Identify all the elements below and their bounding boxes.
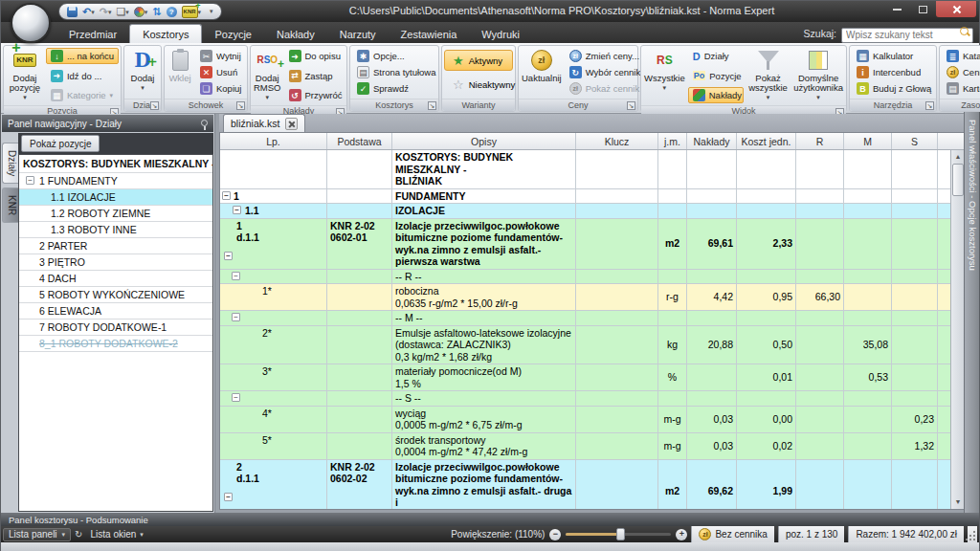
col-m[interactable]: M bbox=[844, 133, 892, 149]
refresh-icon[interactable]: ↻ bbox=[75, 529, 82, 540]
search-icon[interactable] bbox=[960, 27, 970, 37]
tree-item[interactable]: 3 PIĘTRO bbox=[19, 254, 212, 271]
col-klucz[interactable]: Klucz bbox=[576, 133, 658, 149]
estimate-row-position[interactable]: 1 d.1.1KNR 2-02 0602-01Izolacje przeciww… bbox=[220, 219, 965, 270]
cenniki-button[interactable]: zł Cenniki bbox=[942, 64, 980, 80]
dialog-launcher-icon[interactable]: ↘ bbox=[925, 101, 934, 110]
tree-item[interactable]: 1.2 ROBOTY ZIEMNE bbox=[19, 206, 212, 222]
idz-do-button[interactable]: ➜ Idź do ... bbox=[46, 68, 119, 84]
properties-panel-strip[interactable]: Panel właściwości - Opcje kosztorysu bbox=[964, 112, 979, 513]
estimate-row-resource[interactable]: 4*wyciąg 0,0005 m-g/m2 * 6,75 zł/m-gm-g0… bbox=[220, 407, 965, 433]
collapse-icon[interactable] bbox=[232, 313, 240, 321]
tree-item[interactable]: 5 ROBOTY WYKOŃCZENIOWE bbox=[19, 287, 212, 303]
tree-item[interactable]: 2 PARTER bbox=[19, 238, 212, 254]
tree-item[interactable]: 7 ROBOTY DODATKOWE-1 bbox=[19, 320, 212, 336]
buduj-z-glowa-button[interactable]: B Buduj z Głową bbox=[852, 80, 936, 97]
estimate-row-title[interactable]: KOSZTORYS: BUDYNEK MIESZKALNY - BLIŹNIAK bbox=[220, 150, 965, 189]
wytnij-button[interactable]: ✂ Wytnij bbox=[195, 48, 246, 64]
knr-insert-icon[interactable]: KNR▾ bbox=[182, 6, 202, 18]
maximize-button[interactable] bbox=[910, 1, 936, 17]
widok-naklady-button[interactable]: Nakłady bbox=[688, 87, 744, 103]
na-koncu-button[interactable]: ↓ ... na końcu bbox=[46, 48, 119, 64]
scroll-down-icon[interactable]: ▼ bbox=[953, 497, 963, 507]
pricing-status[interactable]: zł Bez cennika bbox=[691, 526, 773, 542]
undo-caret-icon[interactable]: ▾ bbox=[91, 7, 95, 17]
appearance-icon[interactable]: ▾ bbox=[134, 7, 148, 17]
tree-item[interactable]: 1.1 IZOLACJE bbox=[19, 189, 212, 206]
minimize-button[interactable] bbox=[884, 1, 910, 17]
sprawdz-button[interactable]: ✓ Sprawdź bbox=[352, 80, 440, 97]
zmien-ceny-button[interactable]: zł Zmień ceny... bbox=[565, 48, 651, 64]
uaktualnij-button[interactable]: zł Uaktualnij bbox=[521, 47, 563, 98]
tree-item[interactable]: 1.3 ROBOTY INNE bbox=[19, 222, 212, 238]
document-tab[interactable]: bliźniak.kst bbox=[223, 114, 305, 132]
strona-tytulowa-button[interactable]: ▤ Strona tytułowa bbox=[352, 64, 440, 80]
zoom-slider[interactable] bbox=[566, 533, 671, 536]
tab-pozycje[interactable]: Pozycje bbox=[202, 25, 264, 43]
zoom-slider-thumb[interactable] bbox=[616, 528, 625, 540]
kartoteki-button[interactable]: ▤ Kartoteki bbox=[942, 80, 980, 97]
dialog-launcher-icon[interactable]: ↘ bbox=[236, 101, 245, 110]
opcje-button[interactable]: ✱ Opcje... bbox=[352, 48, 440, 64]
estimate-row-sep[interactable]: -- R -- bbox=[220, 270, 965, 285]
estimate-row-resource[interactable]: 2*Emulsje asfaltowo-lateksowe izolacyjne… bbox=[220, 326, 965, 365]
search-input[interactable] bbox=[841, 28, 973, 43]
collapse-icon[interactable] bbox=[224, 493, 233, 501]
undo-icon[interactable]: ↶▾ bbox=[82, 7, 95, 17]
scroll-up-icon[interactable]: ▲ bbox=[953, 152, 963, 162]
widok-pozycje-button[interactable]: Po Pozycje bbox=[688, 68, 744, 84]
kopiuj-button[interactable]: ❏ Kopiuj bbox=[195, 80, 246, 97]
app-orb-button[interactable] bbox=[11, 3, 51, 43]
estimate-row-resource[interactable]: 3*materiały pomocnicze(od M) 1,5 %%0,010… bbox=[220, 364, 965, 391]
collapse-icon[interactable] bbox=[222, 191, 231, 200]
dialog-launcher-icon[interactable]: ↘ bbox=[428, 101, 436, 110]
przywroc-button[interactable]: ↺ Przywróć bbox=[284, 87, 347, 103]
zoom-in-button[interactable]: + bbox=[676, 529, 687, 540]
col-r[interactable]: R bbox=[796, 133, 844, 149]
summary-panel-bar[interactable]: Panel kosztorysu - Podsumowanie bbox=[1, 513, 979, 526]
wszystkie-button[interactable]: RS Wszystkie▾ bbox=[643, 47, 686, 104]
wybor-cennika-button[interactable]: ↻ Wybór cennika bbox=[565, 64, 651, 80]
aktywny-button[interactable]: ★ Aktywny bbox=[444, 50, 513, 71]
tab-przedmiar[interactable]: Przedmiar bbox=[56, 25, 129, 43]
tree-item[interactable]: 6 ELEWACJA bbox=[19, 303, 212, 320]
estimate-row-sep[interactable]: -- M -- bbox=[220, 311, 965, 326]
usun-button[interactable]: ✕ Usuń bbox=[195, 64, 246, 80]
lista-paneli-dropdown[interactable]: Lista paneli▾ bbox=[3, 528, 71, 541]
qat-customize-icon[interactable]: ▾ bbox=[210, 8, 213, 15]
close-button[interactable] bbox=[936, 1, 976, 17]
dodaj-rmso-button[interactable]: RSO Dodaj RMSO▾ bbox=[253, 47, 282, 104]
col-podstawa[interactable]: Podstawa bbox=[327, 133, 392, 149]
intercenbud-button[interactable]: i Intercenbud bbox=[852, 64, 936, 80]
tab-zestawienia[interactable]: Zestawienia bbox=[389, 25, 470, 43]
col-lp[interactable]: Lp. bbox=[220, 133, 327, 149]
pokaz-pozycje-button[interactable]: Pokaż pozycje bbox=[21, 135, 100, 152]
collapse-icon[interactable] bbox=[26, 176, 34, 185]
collapse-icon[interactable] bbox=[224, 252, 233, 260]
zoom-out-button[interactable]: − bbox=[549, 529, 561, 540]
dialog-launcher-icon[interactable]: ↘ bbox=[627, 101, 635, 110]
pokaz-wszystkie-button[interactable]: Pokaż wszystkie▾ bbox=[746, 47, 791, 104]
tab-kosztorys[interactable]: Kosztorys bbox=[129, 24, 202, 43]
estimate-row-resource[interactable]: 5*środek transportowy 0,0004 m-g/m2 * 47… bbox=[220, 433, 965, 460]
katalogi-button[interactable]: ≣ Katalogi bbox=[942, 48, 980, 64]
align-icon[interactable]: ⇅ bbox=[152, 7, 161, 17]
collapse-icon[interactable] bbox=[233, 206, 241, 214]
col-koszt-jedn[interactable]: Koszt jedn. bbox=[737, 133, 796, 149]
save-icon[interactable] bbox=[67, 7, 78, 17]
tree-item[interactable]: KOSZTORYS: BUDYNEK MIESZKALNY - bbox=[19, 155, 212, 173]
dodaj-pozycje-button[interactable]: KNR Dodaj pozycję▾ bbox=[6, 47, 44, 104]
estimate-row-sep[interactable]: -- S -- bbox=[220, 391, 965, 407]
col-opisy[interactable]: Opisy bbox=[392, 133, 576, 149]
domyslne-uzytkownika-button[interactable]: Domyślne użytkownika▾ bbox=[792, 47, 844, 104]
resize-grip[interactable] bbox=[968, 526, 977, 542]
pin-icon[interactable] bbox=[201, 120, 208, 126]
estimate-row-resource[interactable]: 1*robocizna 0,0635 r-g/m2 * 15,00 zł/r-g… bbox=[220, 284, 965, 311]
help-icon[interactable]: ? bbox=[167, 7, 177, 17]
tree-item[interactable]: 8_1 ROBOTY DODATKOWE-2 bbox=[19, 336, 212, 352]
estimate-row-subdept[interactable]: 1.1IZOLACJE bbox=[220, 204, 965, 219]
col-naklady[interactable]: Nakłady bbox=[687, 133, 737, 149]
tab-wydruki[interactable]: Wydruki bbox=[469, 25, 532, 43]
dodaj-dzial-button[interactable]: D Dodaj▾ bbox=[126, 47, 159, 98]
tab-narzuty[interactable]: Narzuty bbox=[327, 25, 389, 43]
